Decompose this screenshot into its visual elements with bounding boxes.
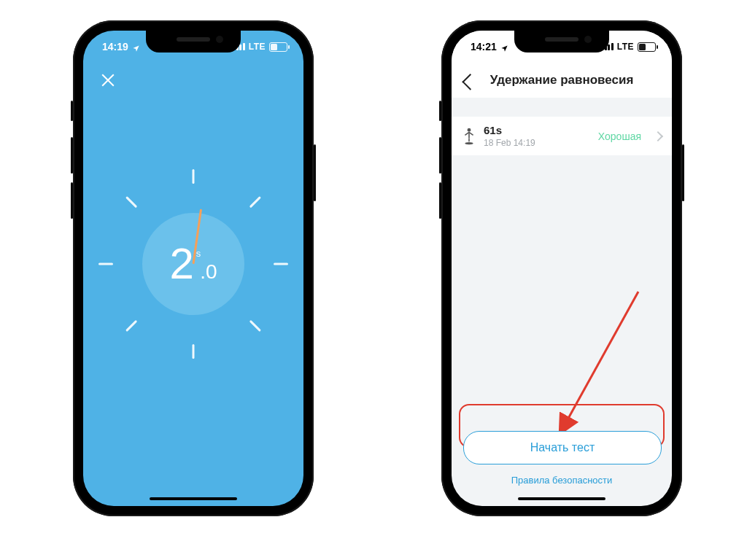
- back-icon[interactable]: [462, 74, 479, 90]
- notch: [146, 31, 241, 52]
- home-indicator[interactable]: [518, 497, 605, 500]
- phone-balance: 14:21 LTE Удержание равновесия: [441, 20, 682, 516]
- record-rating: Хорошая: [598, 131, 641, 142]
- timer-fraction: .0: [200, 260, 217, 284]
- balance-record-row[interactable]: 61s 18 Feb 14:19 Хорошая: [452, 117, 672, 155]
- screen-timer: 14:19 LTE: [83, 31, 303, 506]
- record-value: 61s: [484, 124, 591, 136]
- screen-balance: 14:21 LTE Удержание равновесия: [452, 31, 672, 506]
- home-indicator[interactable]: [150, 497, 237, 500]
- start-test-label: Начать тест: [530, 441, 595, 454]
- status-time: 14:21: [471, 41, 497, 52]
- stage: 14:19 LTE: [0, 0, 747, 560]
- location-icon: [500, 43, 508, 50]
- network-label: LTE: [617, 42, 634, 52]
- battery-icon: [638, 42, 656, 52]
- close-icon[interactable]: [99, 71, 117, 89]
- record-date: 18 Feb 14:19: [484, 138, 591, 148]
- bottom-actions: Начать тест Правила безопасности: [452, 431, 672, 486]
- timer-view: 2 s .0: [83, 31, 303, 506]
- svg-point-0: [468, 128, 471, 131]
- page-title: Удержание равновесия: [490, 73, 634, 88]
- navbar: Удержание равновесия: [452, 63, 672, 98]
- phone-timer: 14:19 LTE: [73, 20, 314, 516]
- svg-point-2: [465, 142, 473, 144]
- timer-dial: 2 s .0: [98, 169, 288, 359]
- chevron-right-icon: [653, 131, 663, 141]
- notch: [514, 31, 609, 52]
- timer-seconds: 2: [169, 242, 193, 286]
- start-test-button[interactable]: Начать тест: [463, 431, 662, 464]
- balance-person-icon: [462, 128, 476, 145]
- safety-rules-link[interactable]: Правила безопасности: [463, 475, 660, 486]
- timer-unit: s: [196, 248, 201, 259]
